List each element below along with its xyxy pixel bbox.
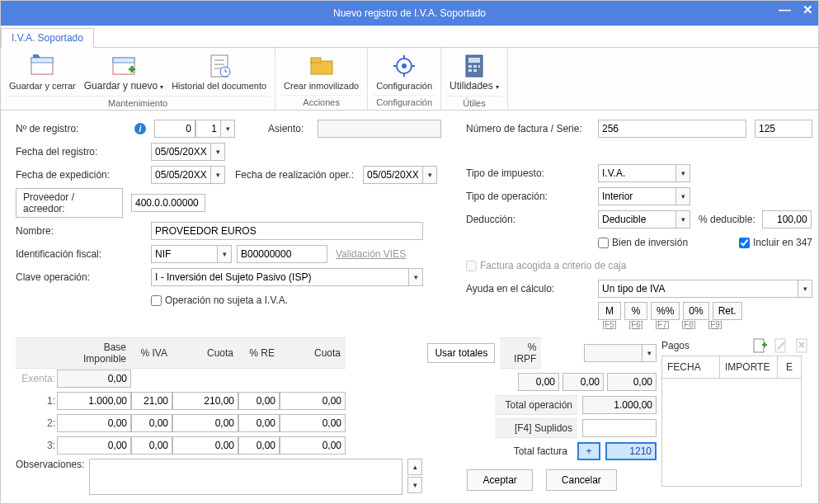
delete-page-icon[interactable] (795, 337, 810, 354)
fecha-realizacion-input[interactable] (363, 166, 422, 184)
nregistro-label: Nº de registro: (16, 123, 131, 134)
gear-icon (391, 53, 417, 79)
scroll-up-icon[interactable]: ▴ (407, 459, 422, 475)
exenta-base-input (57, 370, 131, 388)
svg-point-12 (402, 64, 407, 68)
usar-totales-button[interactable]: Usar totales (427, 343, 495, 363)
nregistro-a-input[interactable] (154, 120, 195, 138)
line1-pctre-input[interactable] (238, 392, 280, 410)
window-title: Nuevo registro de I.V.A. Soportado (333, 7, 486, 19)
clave-operacion-select[interactable] (151, 268, 408, 286)
create-asset-button[interactable]: Crear inmovilizado (280, 51, 362, 93)
config-button[interactable]: Configuración (373, 51, 435, 93)
chevron-down-icon[interactable]: ▾ (408, 268, 423, 286)
bien-inversion-checkbox[interactable]: Bien de inversión (598, 237, 688, 248)
total-factura-input[interactable] (605, 442, 657, 460)
ayuda-calculo-select[interactable] (598, 280, 798, 298)
line1-cuota2-input[interactable] (280, 392, 346, 410)
factura-caja-checkbox[interactable]: Factura acogida a criterio de caja (466, 260, 626, 271)
line1-cuota-input[interactable] (172, 392, 238, 410)
line1-base-input[interactable] (57, 392, 131, 410)
chevron-down-icon[interactable]: ▾ (675, 187, 690, 205)
save-close-button[interactable]: Guardar y cerrar (6, 51, 79, 94)
scroll-down-icon[interactable]: ▾ (407, 477, 422, 493)
nregistro-b-input[interactable] (195, 120, 220, 138)
chevron-down-icon[interactable]: ▾ (210, 166, 225, 184)
tipo-impuesto-select[interactable] (598, 164, 675, 182)
pagos-table: FECHA IMPORTE E (661, 356, 802, 487)
calc-zero-button[interactable]: 0% (683, 302, 708, 320)
svg-rect-3 (113, 58, 134, 63)
calc-pct-button[interactable]: % (624, 302, 647, 320)
tabstrip: I.V.A. Soportado (1, 26, 818, 48)
chevron-down-icon[interactable]: ▾ (642, 344, 657, 362)
incluir-347-checkbox[interactable]: Incluir en 347 (739, 237, 812, 248)
svg-rect-21 (478, 65, 480, 68)
asiento-input (318, 120, 441, 138)
chevron-down-icon[interactable]: ▾ (210, 143, 225, 161)
history-icon (206, 53, 233, 79)
calc-m-button[interactable]: M (598, 302, 621, 320)
fecha-expedicion-input[interactable] (151, 166, 210, 184)
idfiscal-tipo-select[interactable] (151, 245, 217, 263)
utilities-button[interactable]: Utilidades ▾ (446, 51, 502, 94)
save-new-button[interactable]: Guardar y nuevo ▾ (81, 51, 167, 94)
titlebar: Nuevo registro de I.V.A. Soportado — ✕ (1, 1, 818, 26)
num-factura-input[interactable] (598, 120, 746, 138)
chevron-down-icon[interactable]: ▾ (675, 164, 690, 182)
svg-rect-10 (311, 58, 321, 63)
suplidos-input[interactable] (582, 419, 657, 437)
ribbon: Guardar y cerrar Guardar y nuevo ▾ Histo… (1, 48, 818, 111)
asiento-label: Asiento: (268, 123, 318, 134)
nombre-input[interactable] (151, 222, 423, 240)
calc-ret-button[interactable]: Ret. (713, 302, 742, 320)
chevron-down-icon[interactable]: ▾ (220, 120, 235, 138)
chevron-down-icon[interactable]: ▾ (217, 245, 232, 263)
save-new-icon (111, 53, 137, 79)
chevron-down-icon[interactable]: ▾ (422, 166, 437, 184)
serie-input[interactable] (755, 120, 812, 138)
folder-icon (308, 53, 335, 79)
svg-rect-22 (468, 69, 472, 72)
svg-rect-19 (468, 65, 472, 68)
deduccion-select[interactable] (598, 210, 675, 228)
proveedor-button[interactable]: Proveedor / acreedor: (16, 188, 123, 218)
app-window: Nuevo registro de I.V.A. Soportado — ✕ I… (0, 0, 819, 504)
chevron-down-icon[interactable]: ▾ (798, 280, 812, 298)
total-factura-plus-button[interactable]: + (577, 442, 600, 460)
line3-base-input[interactable] (57, 436, 131, 455)
add-page-icon[interactable] (752, 337, 767, 354)
svg-rect-1 (31, 58, 53, 63)
validacion-vies-link[interactable]: Validación VIES (336, 248, 406, 260)
op-no-sujeta-checkbox[interactable]: Operación no sujeta a I.V.A. (151, 294, 288, 306)
aceptar-button[interactable]: Aceptar (467, 469, 532, 491)
svg-rect-18 (468, 58, 480, 63)
calculator-icon (461, 53, 487, 79)
tab-iva-soportado[interactable]: I.V.A. Soportado (1, 28, 94, 48)
svg-rect-20 (473, 65, 477, 68)
minimize-icon[interactable]: — (779, 2, 791, 17)
proveedor-input[interactable] (131, 194, 205, 212)
irpf-select[interactable] (584, 344, 642, 362)
observaciones-textarea[interactable] (89, 459, 402, 495)
fecha-registro-input[interactable] (151, 143, 210, 161)
svg-rect-23 (473, 69, 477, 72)
edit-page-icon[interactable] (774, 337, 788, 354)
calc-pctt-button[interactable]: %% (651, 302, 680, 320)
chevron-down-icon[interactable]: ▾ (675, 210, 690, 228)
line1-pctiva-input[interactable] (131, 392, 172, 410)
document-history-button[interactable]: Historial del documento (168, 51, 270, 94)
pct-deducible-input[interactable] (762, 210, 812, 228)
line2-base-input[interactable] (57, 414, 131, 432)
idfiscal-num-input[interactable] (237, 245, 327, 263)
tipo-operacion-select[interactable] (598, 187, 675, 205)
close-icon[interactable]: ✕ (803, 2, 813, 17)
ribbon-group-title: Mantenimiento (6, 96, 270, 108)
save-close-icon (29, 53, 55, 79)
info-icon[interactable]: i (134, 123, 146, 134)
total-operacion-output (582, 396, 657, 414)
cancelar-button[interactable]: Cancelar (546, 469, 617, 491)
